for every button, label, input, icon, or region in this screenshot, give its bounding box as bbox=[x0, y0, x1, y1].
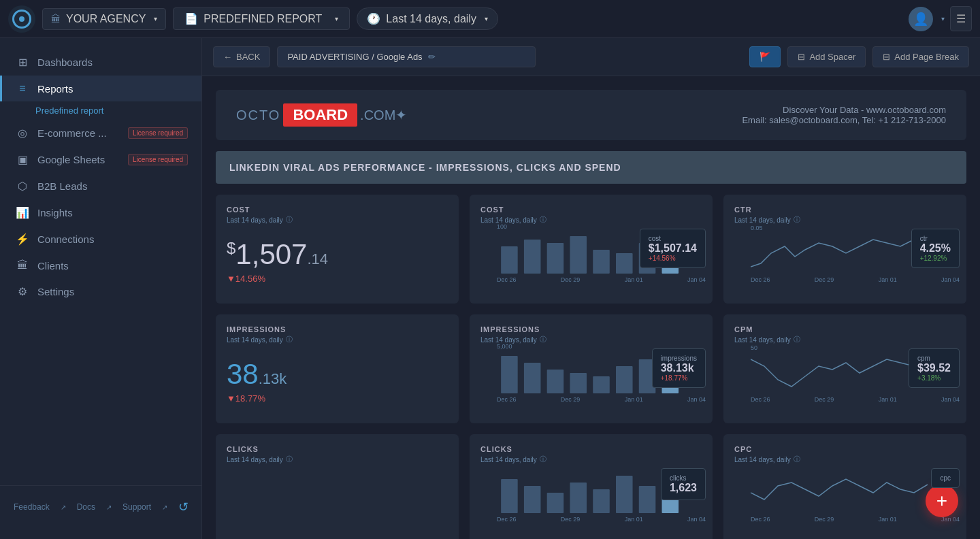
flag-icon: 🚩 bbox=[760, 52, 770, 62]
navigate-icon[interactable]: ↺ bbox=[178, 500, 189, 514]
tooltip-change: +12.92% bbox=[920, 255, 951, 262]
contact-info: Email: sales@octoboard.com, Tel: +1 212-… bbox=[742, 115, 946, 125]
metric-card-impressions-simple: IMPRESSIONS Last 14 days, daily ⓘ 38.13k… bbox=[216, 314, 459, 423]
spacer-icon: ⊟ bbox=[798, 52, 805, 62]
metric-card-impressions-bar: IMPRESSIONS Last 14 days, daily ⓘ impres… bbox=[470, 314, 713, 423]
sidebar-label-b2bleads: B2B Leads bbox=[37, 180, 87, 192]
b2bleads-icon: ⬡ bbox=[16, 180, 29, 193]
metric-sublabel: Last 14 days, daily ⓘ bbox=[480, 455, 702, 464]
sidebar-item-googlesheets[interactable]: ▣ Google Sheets License required bbox=[0, 146, 201, 173]
report-header: OCTO BOARD .COM✦ Discover Your Data - ww… bbox=[216, 90, 966, 140]
svg-rect-0 bbox=[501, 246, 518, 274]
agency-label: YOUR AGENCY bbox=[66, 13, 146, 25]
svg-rect-17 bbox=[524, 486, 541, 513]
break-icon: ⊟ bbox=[883, 52, 890, 62]
brand-text: OCTO bbox=[236, 108, 280, 123]
add-widget-button[interactable]: + bbox=[926, 485, 958, 517]
date-range-selector[interactable]: 🕐 Last 14 days, daily ▾ bbox=[357, 7, 498, 30]
info-icon: ⓘ bbox=[286, 215, 293, 225]
top-navbar: 🏛 YOUR AGENCY ▾ 📄 PREDEFINED REPORT ▾ 🕐 … bbox=[0, 0, 980, 38]
agency-selector[interactable]: 🏛 YOUR AGENCY ▾ bbox=[42, 8, 166, 30]
info-icon: ⓘ bbox=[794, 335, 800, 344]
metric-value: 38.13k bbox=[227, 358, 448, 391]
sidebar-item-clients[interactable]: 🏛 Clients bbox=[0, 252, 201, 278]
chart-tooltip: ctr 4.25% +12.92% bbox=[911, 229, 960, 268]
tooltip-value: 1,623 bbox=[670, 482, 697, 494]
svg-rect-12 bbox=[593, 376, 610, 393]
tooltip-change: +18.77% bbox=[661, 374, 697, 382]
chart-tooltip: cost $1,507.14 +14.56% bbox=[640, 229, 706, 268]
chart-tooltip: impressions 38.13k +18.77% bbox=[652, 348, 706, 388]
agency-icon: 🏛 bbox=[51, 14, 61, 24]
info-icon: ⓘ bbox=[286, 455, 293, 464]
add-spacer-button[interactable]: ⊟ Add Spacer bbox=[787, 46, 866, 67]
insights-icon: 📊 bbox=[16, 206, 29, 219]
avatar-chevron-icon: ▾ bbox=[941, 15, 945, 22]
chart-tooltip: cpc bbox=[931, 468, 960, 488]
section-header: LINKEDIN VIRAL ADS PERFORMANCE - IMPRESS… bbox=[216, 151, 966, 184]
content-area: ← BACK PAID ADVERTISING / Google Ads ✏ 🚩… bbox=[202, 38, 980, 539]
svg-rect-4 bbox=[593, 250, 610, 274]
chart-date-labels: Dec 26 Dec 29 Jan 01 Jan 04 bbox=[751, 276, 960, 283]
ecommerce-icon: ◎ bbox=[16, 127, 29, 140]
logo-button[interactable] bbox=[8, 5, 35, 33]
report-selector[interactable]: 📄 PREDEFINED REPORT ▾ bbox=[173, 7, 350, 30]
svg-rect-16 bbox=[501, 479, 518, 513]
edit-icon[interactable]: ✏ bbox=[428, 52, 436, 62]
add-spacer-label: Add Spacer bbox=[809, 52, 855, 62]
back-button[interactable]: ← BACK bbox=[213, 46, 270, 67]
sidebar-item-insights[interactable]: 📊 Insights bbox=[0, 199, 201, 226]
report-label: PREDEFINED REPORT bbox=[203, 13, 322, 25]
chart-tooltip: cpm $39.52 +3.18% bbox=[909, 348, 960, 388]
brand-suffix: .COM✦ bbox=[360, 107, 407, 123]
metrics-row-2: IMPRESSIONS Last 14 days, daily ⓘ 38.13k… bbox=[216, 314, 966, 423]
date-label: Dec 29 bbox=[561, 396, 581, 403]
svg-rect-1 bbox=[524, 240, 541, 274]
info-icon: ⓘ bbox=[794, 455, 800, 464]
date-label: Jan 04 bbox=[687, 276, 706, 283]
info-icon: ⓘ bbox=[286, 335, 293, 344]
feedback-icon: ↗ bbox=[61, 504, 66, 511]
sidebar-item-dashboards[interactable]: ⊞ Dashboards bbox=[0, 49, 201, 76]
right-actions: 🚩 ⊟ Add Spacer ⊟ Add Page Break bbox=[749, 46, 969, 67]
date-label: Jan 01 bbox=[879, 516, 897, 523]
breadcrumb-path: PAID ADVERTISING / Google Ads ✏ bbox=[277, 46, 536, 67]
sidebar-item-ecommerce[interactable]: ◎ E-commerce ... License required bbox=[0, 120, 201, 146]
feedback-link[interactable]: Feedback bbox=[14, 502, 50, 512]
metric-label: IMPRESSIONS bbox=[480, 325, 702, 333]
chart-date-labels: Dec 26 Dec 29 Jan 01 Jan 04 bbox=[751, 516, 960, 523]
sidebar-item-b2bleads[interactable]: ⬡ B2B Leads bbox=[0, 173, 201, 199]
license-badge-ecommerce: License required bbox=[128, 127, 188, 139]
hamburger-menu[interactable]: ☰ bbox=[950, 6, 972, 31]
sidebar-item-reports[interactable]: ≡ Reports bbox=[0, 76, 201, 101]
svg-rect-11 bbox=[570, 373, 587, 393]
sidebar-item-settings[interactable]: ⚙ Settings bbox=[0, 278, 201, 305]
chevron-down-icon: ▾ bbox=[485, 15, 488, 22]
tooltip-label: ctr bbox=[920, 235, 951, 242]
settings-icon: ⚙ bbox=[16, 285, 29, 298]
add-page-break-label: Add Page Break bbox=[894, 52, 959, 62]
metric-card-cost-bar: COST Last 14 days, daily ⓘ cost $1,507.1… bbox=[470, 195, 713, 304]
metric-label: CPC bbox=[734, 445, 956, 453]
add-page-break-button[interactable]: ⊟ Add Page Break bbox=[872, 46, 969, 67]
date-label: Jan 01 bbox=[625, 396, 643, 403]
docs-link[interactable]: Docs bbox=[77, 502, 95, 512]
avatar[interactable]: 👤 bbox=[909, 7, 933, 31]
back-label: BACK bbox=[236, 52, 260, 62]
metric-card-cpc: CPC Last 14 days, daily ⓘ cpc Dec 26 De bbox=[723, 434, 966, 539]
tooltip-value: 4.25% bbox=[920, 242, 951, 255]
metric-sublabel: Last 14 days, daily ⓘ bbox=[734, 335, 956, 344]
metric-card-cpm: CPM Last 14 days, daily ⓘ cpm $39.52 +3.… bbox=[723, 314, 966, 423]
support-link[interactable]: Support bbox=[122, 502, 151, 512]
metrics-row-3: CLICKS Last 14 days, daily ⓘ CLICKS Last… bbox=[216, 434, 966, 539]
chart-date-labels: Dec 26 Dec 29 Jan 01 Jan 04 bbox=[751, 396, 960, 403]
tooltip-value: $1,507.14 bbox=[649, 242, 697, 255]
chart-date-labels: Dec 26 Dec 29 Jan 01 Jan 04 bbox=[497, 396, 706, 403]
sidebar-item-connections[interactable]: ⚡ Connections bbox=[0, 226, 201, 252]
chart-tooltip: clicks 1,623 bbox=[661, 468, 706, 500]
tooltip-label: cpm bbox=[917, 355, 951, 362]
metrics-row-1: COST Last 14 days, daily ⓘ $1,507.14 ▼14… bbox=[216, 195, 966, 304]
flag-button[interactable]: 🚩 bbox=[749, 46, 781, 67]
metric-card-clicks-simple: CLICKS Last 14 days, daily ⓘ bbox=[216, 434, 459, 539]
sidebar-sub-predefined[interactable]: Predefined report bbox=[0, 101, 201, 120]
